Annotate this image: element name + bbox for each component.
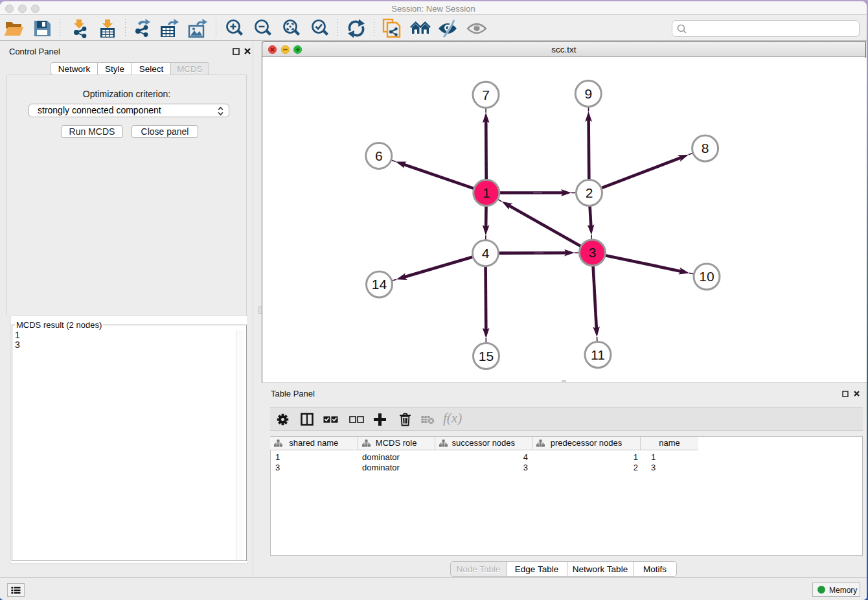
svg-text:7: 7 xyxy=(482,87,490,102)
svg-text:2: 2 xyxy=(586,185,593,200)
svg-text:1: 1 xyxy=(483,185,490,200)
svg-text:14: 14 xyxy=(372,277,387,292)
svg-text:9: 9 xyxy=(584,86,592,101)
svg-text:10: 10 xyxy=(699,269,714,284)
svg-text:11: 11 xyxy=(591,347,605,362)
svg-text:6: 6 xyxy=(375,148,383,163)
svg-text:15: 15 xyxy=(479,349,494,363)
svg-text:4: 4 xyxy=(482,246,490,260)
svg-text:3: 3 xyxy=(589,245,597,260)
svg-text:8: 8 xyxy=(702,141,709,156)
